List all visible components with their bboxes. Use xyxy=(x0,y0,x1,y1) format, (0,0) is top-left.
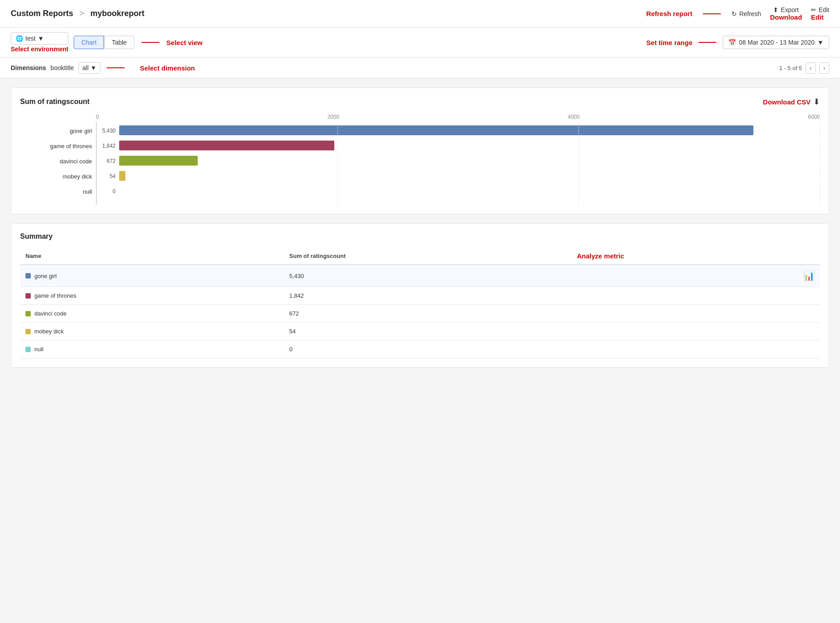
next-page-button[interactable]: › xyxy=(819,62,829,74)
color-indicator xyxy=(25,329,31,334)
export-icon: ⬆ xyxy=(773,6,778,13)
bar-value: 1,842 xyxy=(96,143,116,149)
select-view-label: Select view xyxy=(166,39,203,46)
breadcrumb-current: mybookreport xyxy=(91,9,145,18)
edit-group: ✏ Edit Edit xyxy=(811,6,829,21)
summary-value-cell: 5,430 xyxy=(284,265,571,287)
axis-4000: 4000 xyxy=(568,114,580,120)
table-row: davinci code 672 xyxy=(20,305,820,323)
set-time-label: Set time range xyxy=(646,39,692,46)
col-analyze: Analyze metric xyxy=(571,248,820,265)
chart-row: mobey dick54 xyxy=(96,171,820,182)
download-csv-button[interactable]: Download CSV ⬇ xyxy=(763,97,820,107)
environment-selector[interactable]: 🌐 test ▼ xyxy=(11,32,68,45)
dimensions-label: Dimensions xyxy=(11,64,46,71)
chart-row: davinci code672 xyxy=(96,156,820,166)
summary-table: Name Sum of ratingscount Analyze metric … xyxy=(20,248,820,358)
bar-value: 5,430 xyxy=(96,128,116,134)
toolbar-left: 🌐 test ▼ Select environment Chart Table … xyxy=(11,32,203,53)
chart-card: Sum of ratingscount Download CSV ⬇ 0 200… xyxy=(11,87,829,214)
analyze-cell xyxy=(571,305,820,323)
environment-group: 🌐 test ▼ Select environment xyxy=(11,32,68,53)
summary-value-cell: 1,842 xyxy=(284,287,571,305)
chart-bars-container: gone girl5,430game of thrones1,842davinc… xyxy=(96,122,820,205)
chevron-down-icon: ▼ xyxy=(817,39,823,46)
analyze-metric-button[interactable]: 📊 xyxy=(803,271,815,281)
col-metric: Sum of ratingscount xyxy=(284,248,571,265)
breadcrumb: Custom Reports > mybookreport xyxy=(11,9,145,18)
export-button[interactable]: ⬆ Export xyxy=(773,6,798,13)
page-info: 1 - 5 of 5 xyxy=(779,65,802,71)
divider-line xyxy=(703,13,721,14)
chart-card-header: Sum of ratingscount Download CSV ⬇ xyxy=(20,97,820,107)
refresh-report-label: Refresh report xyxy=(646,10,692,17)
view-tabs: Chart Table xyxy=(74,36,134,49)
bar-track xyxy=(119,186,820,197)
row-name: davinci code xyxy=(34,310,67,317)
edit-button[interactable]: ✏ Edit xyxy=(811,6,829,13)
header-actions: Refresh report ↻ Refresh ⬆ Export Downlo… xyxy=(646,6,829,21)
bar-value: 54 xyxy=(96,173,116,179)
calendar-icon: 📅 xyxy=(728,39,736,46)
table-header-row: Name Sum of ratingscount Analyze metric xyxy=(20,248,820,265)
summary-table-body: gone girl 5,430📊 game of thrones 1,842 d… xyxy=(20,265,820,358)
axis-0: 0 xyxy=(96,114,99,120)
bar-label: davinci code xyxy=(43,158,92,165)
summary-value-cell: 672 xyxy=(284,305,571,323)
color-indicator xyxy=(25,347,31,352)
bar-fill xyxy=(119,141,334,150)
analyze-cell xyxy=(571,323,820,341)
env-value: test xyxy=(25,35,36,42)
bar-label: null xyxy=(43,188,92,195)
analyze-cell: 📊 xyxy=(571,265,820,287)
select-view-line xyxy=(141,42,159,43)
summary-value-cell: 54 xyxy=(284,323,571,341)
download-label: Download xyxy=(770,13,802,21)
refresh-icon: ↻ xyxy=(732,10,737,17)
bar-value: 0 xyxy=(96,188,116,195)
page-header: Custom Reports > mybookreport Refresh re… xyxy=(0,0,840,28)
color-indicator xyxy=(25,293,31,299)
date-range-picker[interactable]: 📅 08 Mar 2020 - 13 Mar 2020 ▼ xyxy=(723,36,829,49)
summary-value-cell: 0 xyxy=(284,341,571,358)
dimensions-bar: Dimensions booktitle all ▼ Select dimens… xyxy=(0,58,840,79)
chart-row: gone girl5,430 xyxy=(96,125,820,136)
analyze-cell xyxy=(571,341,820,358)
summary-name-cell: davinci code xyxy=(20,305,284,323)
row-name: null xyxy=(34,346,43,353)
bar-label: gone girl xyxy=(43,128,92,134)
chart-row: game of thrones1,842 xyxy=(96,141,820,151)
prev-page-button[interactable]: ‹ xyxy=(806,62,815,74)
bar-fill xyxy=(119,171,125,181)
download-csv-label: Download CSV xyxy=(763,98,811,106)
bar-fill xyxy=(119,156,198,166)
color-indicator xyxy=(25,311,31,316)
bar-track xyxy=(119,125,820,136)
download-csv-icon: ⬇ xyxy=(813,97,820,107)
refresh-button[interactable]: ↻ Refresh xyxy=(732,10,761,17)
row-name: gone girl xyxy=(34,273,57,279)
summary-card: Summary Name Sum of ratingscount Analyze… xyxy=(11,223,829,368)
bar-fill xyxy=(119,125,753,135)
toolbar-right: Set time range 📅 08 Mar 2020 - 13 Mar 20… xyxy=(646,36,829,49)
select-dim-line xyxy=(107,67,125,68)
axis-6000: 6000 xyxy=(808,114,820,120)
filter-value: all xyxy=(83,64,89,71)
tab-table[interactable]: Table xyxy=(104,36,134,49)
table-row: gone girl 5,430📊 xyxy=(20,265,820,287)
dimension-filter-select[interactable]: all ▼ xyxy=(79,62,101,74)
summary-header: Summary xyxy=(20,233,820,241)
bars: gone girl5,430game of thrones1,842davinc… xyxy=(96,122,820,205)
chevron-down-icon: ▼ xyxy=(91,64,97,71)
breadcrumb-parent: Custom Reports xyxy=(11,9,73,18)
breadcrumb-separator: > xyxy=(79,9,84,18)
dimension-field: booktitle xyxy=(50,64,74,71)
bar-track xyxy=(119,171,820,182)
edit-icon: ✏ xyxy=(811,6,816,13)
chart-wrapper: 0 2000 4000 6000 gone girl5,430game of t… xyxy=(20,114,820,205)
table-row: mobey dick 54 xyxy=(20,323,820,341)
summary-name-cell: game of thrones xyxy=(20,287,284,305)
chevron-down-icon: ▼ xyxy=(38,35,44,42)
time-line xyxy=(699,42,716,43)
tab-chart[interactable]: Chart xyxy=(74,36,104,49)
